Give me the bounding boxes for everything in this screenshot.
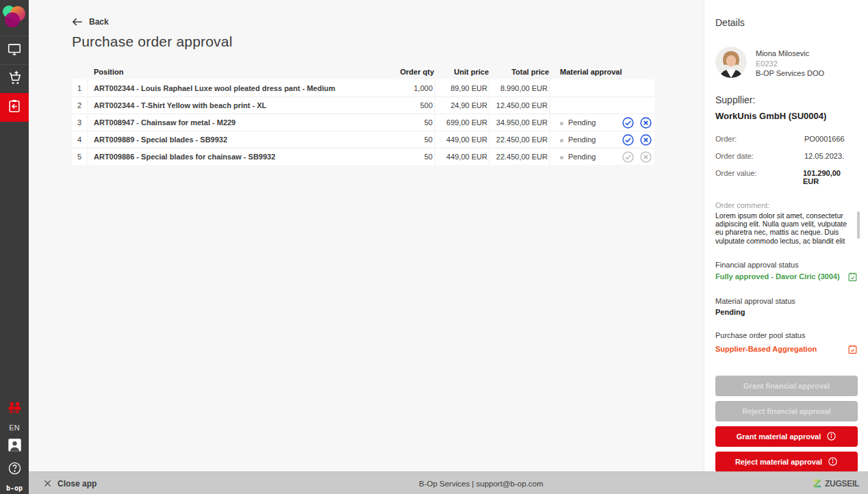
position-cell: ART002344 - Louis Raphael Luxe wool plea…	[88, 79, 384, 96]
table-row: 3 ART008947 - Chainsaw for metal - M229 …	[72, 114, 654, 131]
close-icon	[43, 479, 52, 488]
order-date: 12.05.2023.	[804, 152, 844, 160]
reject-row-icon-disabled	[639, 151, 652, 164]
monitor-icon	[7, 42, 22, 60]
position-cell: ART008947 - Chainsaw for metal - M229	[88, 114, 384, 131]
column-header-order-qty: Order qty	[384, 64, 435, 79]
zugseil-z-icon	[812, 478, 822, 489]
help-icon[interactable]	[8, 461, 22, 478]
b-op-flower-logo-icon	[3, 4, 26, 31]
cart-plus-icon	[7, 70, 23, 88]
supplier-value: WorkUnis GmbH (SU0004)	[715, 111, 858, 121]
approve-row-icon[interactable]	[622, 133, 635, 146]
profile-avatar-icon[interactable]	[8, 438, 22, 455]
table-row: 2 ART002344 - T-Shirt Yellow with beach …	[72, 96, 654, 114]
sidebar: EN b-op	[0, 0, 29, 494]
supplier-label: Suppllier:	[715, 94, 858, 105]
order-value: 101.290,00 EUR	[803, 169, 858, 185]
order-info: Order: PO0001666 Order date: 12.05.2023.…	[715, 135, 858, 185]
reject-material-approval-button[interactable]: Reject material approval	[715, 452, 858, 472]
sidebar-item-order-approval[interactable]	[0, 93, 29, 122]
table-row: 5 ART009886 - Special blades for chainsa…	[72, 148, 654, 165]
order-number-row: Order: PO0001666	[715, 135, 858, 143]
material-status-text: Pending	[568, 118, 596, 127]
pool-status: Purchase order pool status Supplier-Base…	[715, 331, 858, 354]
pending-dot	[560, 122, 563, 125]
financial-approval-status: Financial approval status Fully approved…	[715, 261, 858, 282]
pending-dot	[560, 156, 563, 159]
reject-row-icon[interactable]	[639, 133, 652, 146]
support-text: B-Op Services | support@b-op.com	[419, 472, 543, 494]
info-icon	[826, 431, 837, 441]
sidebar-item-monitor[interactable]	[0, 36, 29, 64]
approve-row-icon-disabled	[622, 151, 635, 164]
column-header-material-approval: Material approval	[550, 64, 654, 79]
sidebar-nav	[0, 36, 29, 122]
material-approval-status: Material approval status Pending	[715, 297, 858, 316]
purchase-order-table: Position Order qty Unit price Total pric…	[72, 64, 654, 165]
material-status-value: Pending	[715, 308, 745, 316]
column-header-position: Position	[88, 64, 384, 79]
order-date-row: Order date: 12.05.2023.	[715, 152, 858, 160]
approve-row-icon[interactable]	[622, 116, 635, 129]
position-cell: ART009889 - Special blades - SB9932	[88, 131, 384, 148]
b-op-wordmark: b-op	[6, 484, 23, 492]
order-comment-text: Lorem ipsum dolor sit amet, consectetur …	[715, 211, 852, 246]
user-id: E0232	[756, 59, 824, 69]
calendar-check-icon-orange	[847, 344, 858, 354]
zugseil-logo: ZUGSEIL	[812, 472, 859, 494]
order-approval-clipboard-icon	[7, 99, 22, 116]
table-row: 1 ART002344 - Louis Raphael Luxe wool pl…	[72, 79, 654, 96]
material-status-text: Pending	[568, 135, 596, 144]
order-number: PO0001666	[804, 135, 845, 143]
calendar-check-icon-green	[847, 272, 858, 282]
grant-material-approval-button[interactable]: Grant material approval	[715, 426, 858, 447]
info-icon	[828, 456, 838, 467]
user-switch-icon[interactable]	[6, 400, 23, 417]
comment-scrollbar[interactable]	[857, 211, 860, 239]
back-button[interactable]: Back	[72, 17, 120, 27]
material-status-text: Pending	[568, 153, 596, 161]
reject-row-icon[interactable]	[639, 116, 652, 129]
close-app-button[interactable]: Close app	[43, 472, 97, 494]
grant-financial-approval-button: Grant financial approval	[715, 376, 858, 396]
pending-dot	[560, 139, 563, 142]
user-name: Miona Milosevic	[756, 49, 824, 59]
footer-bar: Close app B-Op Services | support@b-op.c…	[29, 471, 868, 494]
back-arrow-icon	[72, 17, 83, 27]
details-panel: Details Miona Milosevic E0232 B-OP Servi…	[704, 0, 868, 471]
details-title: Details	[715, 17, 858, 28]
page-title: Purchase order approval	[72, 34, 704, 50]
language-selector[interactable]: EN	[9, 424, 19, 432]
position-cell: ART002344 - T-Shirt Yellow with beach pr…	[88, 96, 384, 114]
user-company: B-OP Services DOO	[756, 68, 824, 79]
app-logo[interactable]	[0, 0, 29, 36]
sidebar-item-cart[interactable]	[0, 64, 29, 93]
sidebar-bottom: EN b-op	[0, 400, 29, 492]
position-cell: ART009886 - Special blades for chainsaw …	[88, 148, 384, 165]
column-header-unit-price: Unit price	[435, 64, 490, 79]
user-block: Miona Milosevic E0232 B-OP Services DOO	[715, 47, 858, 79]
order-value-row: Order value: 101.290,00 EUR	[715, 169, 858, 185]
table-row: 4 ART009889 - Special blades - SB9932 50…	[72, 131, 654, 148]
reject-financial-approval-button: Reject financial approval	[715, 401, 858, 421]
order-comment-label: Order comment:	[715, 201, 858, 209]
main-area: Back Purchase order approval Position Or…	[29, 0, 704, 471]
user-avatar	[715, 47, 747, 78]
column-header-total-price: Total price	[490, 64, 550, 79]
table-header-row: Position Order qty Unit price Total pric…	[72, 64, 654, 79]
financial-status-value: Fully approved - Davor Ciric (3004)	[715, 272, 840, 281]
pool-status-value: Supplier-Based Aggregation	[715, 345, 817, 353]
order-comment-box[interactable]: Lorem ipsum dolor sit amet, consectetur …	[715, 211, 858, 246]
